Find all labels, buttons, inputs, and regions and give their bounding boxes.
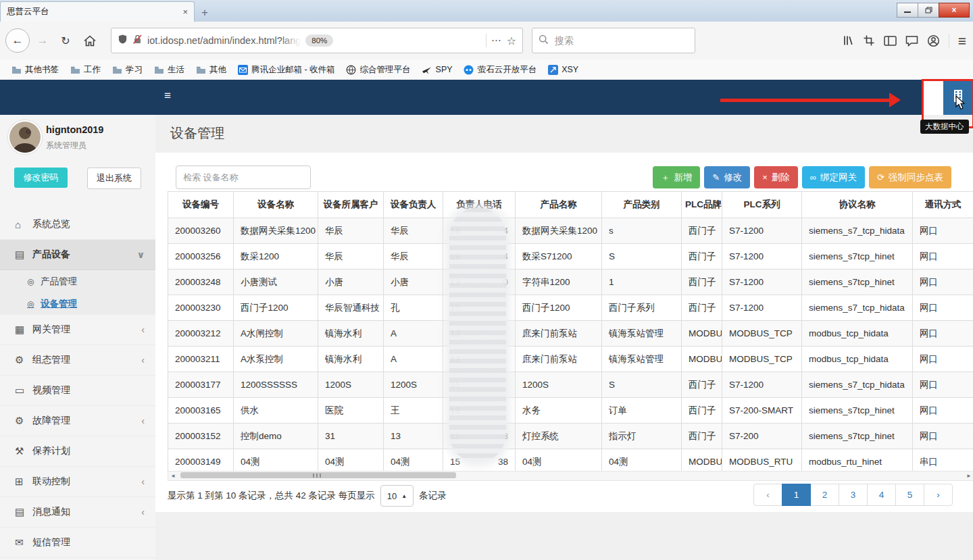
add-button[interactable]: ＋新增 — [653, 166, 700, 188]
sidebar-item-9[interactable]: ▤消息通知‹ — [0, 497, 155, 528]
browser-search-bar[interactable] — [532, 28, 695, 53]
table-cell: 小唐 — [384, 270, 443, 295]
bookmark-item[interactable]: 腾讯企业邮箱 - 收件箱 — [232, 62, 341, 78]
insecure-lock-icon[interactable] — [132, 34, 143, 47]
table-row[interactable]: 200003248小唐测试小唐小唐130字符串12001西门子S7-1200si… — [168, 270, 973, 295]
page-button-1[interactable]: 1 — [782, 484, 811, 506]
delete-button[interactable]: ×删除 — [754, 166, 798, 188]
submenu-item[interactable]: ◎设备管理 — [0, 292, 155, 315]
page-button-4[interactable]: 4 — [867, 484, 896, 506]
account-icon[interactable] — [927, 34, 940, 47]
table-row[interactable]: 200003230西门子1200华辰智通科技孔15西门子1200西门子系列西门子… — [168, 295, 973, 321]
browser-toolbar: ← → ↻ iot.idosp.net/admin/index.html?lan… — [0, 22, 973, 60]
sidebar-item-5[interactable]: ▭视频管理 — [0, 376, 155, 406]
bookmark-item[interactable]: 其他 — [190, 62, 232, 78]
table-cell: 西门子 — [682, 424, 722, 449]
avatar[interactable] — [8, 120, 42, 154]
reload-button[interactable]: ↻ — [55, 30, 76, 51]
table-row[interactable]: 200003256数采1200华辰华辰184数采S71200S西门子S7-120… — [168, 244, 973, 270]
sidebar-item-3[interactable]: ▦网关管理‹ — [0, 315, 155, 345]
page-button-3[interactable]: 3 — [839, 484, 868, 506]
bookmark-label: 学习 — [126, 64, 143, 76]
table-cell: 1 — [602, 270, 682, 295]
browser-search-input[interactable] — [553, 34, 657, 47]
close-button[interactable]: × — [939, 3, 970, 18]
new-tab-button[interactable]: + — [195, 4, 215, 22]
url-text[interactable]: iot.idosp.net/admin/index.html?lang — [147, 35, 301, 46]
table-cell: 庶来门前泵站 — [516, 347, 602, 372]
shield-icon[interactable] — [118, 34, 128, 47]
bookmark-item[interactable]: 其他书签 — [5, 62, 64, 78]
table-cell: 西门子1200 — [516, 295, 602, 321]
screenshot-icon[interactable] — [863, 34, 875, 47]
bookmark-item[interactable]: 萤石云开放平台 — [458, 62, 543, 78]
browser-menu-icon[interactable]: ≡ — [958, 34, 966, 48]
table-cell: 字符串1200 — [516, 270, 602, 295]
table-cell: 13 — [384, 424, 443, 449]
bookmark-item[interactable]: 生活 — [148, 62, 190, 78]
chat-icon[interactable] — [905, 35, 918, 47]
toolbar-separator — [949, 34, 949, 47]
zoom-indicator[interactable]: 80% — [305, 34, 333, 47]
sidebar-item-7[interactable]: ⚒保养计划 — [0, 436, 155, 467]
page-button-2[interactable]: 2 — [810, 484, 839, 506]
bookmark-item[interactable]: 综合管理平台 — [341, 62, 416, 78]
edit-button[interactable]: ✎修改 — [704, 166, 750, 188]
back-button[interactable]: ← — [5, 28, 30, 53]
sidebar-toggle-icon[interactable] — [884, 35, 897, 47]
horizontal-scrollbar[interactable]: ◄ ► — [168, 471, 973, 481]
next-page-button[interactable]: › — [924, 484, 953, 506]
page-size-select[interactable]: 10 ▲ — [380, 485, 414, 507]
bookmark-label: 萤石云开放平台 — [478, 64, 537, 76]
table-row[interactable]: 200003212A水闸控制镇海水利A13庶来门前泵站镇海泵站管理MODBUSM… — [168, 321, 973, 347]
sidebar-item-8[interactable]: ⊞联动控制‹ — [0, 467, 155, 497]
bookmark-item[interactable]: XSY — [542, 62, 584, 77]
logout-button[interactable]: 退出系统 — [87, 168, 141, 189]
sidebar-item-2[interactable]: ▤产品设备∨ — [0, 240, 155, 270]
bookmark-star-icon[interactable]: ☆ — [507, 34, 516, 47]
bookmark-item[interactable]: 学习 — [106, 62, 148, 78]
table-row[interactable]: 200003211A水泵控制镇海水利A13庶来门前泵站镇海泵站管理MODBUSM… — [168, 347, 973, 372]
prev-page-button[interactable]: ‹ — [753, 484, 782, 506]
submenu-item[interactable]: ◎产品管理 — [0, 270, 155, 292]
forward-button[interactable]: → — [32, 30, 53, 51]
sidebar-item-4[interactable]: ⚙组态管理‹ — [0, 345, 155, 376]
bind-gateway-button[interactable]: ∞绑定网关 — [802, 166, 865, 188]
device-search-input[interactable] — [176, 166, 311, 189]
page-button-5[interactable]: 5 — [895, 484, 924, 506]
tab-close-icon[interactable]: × — [182, 7, 188, 16]
bookmark-item[interactable]: 工作 — [64, 62, 106, 78]
summary-prefix: 显示第 1 到第 10 条记录，总共 42 条记录 每页显示 — [168, 490, 375, 502]
scroll-right-arrow[interactable]: ► — [964, 474, 973, 479]
force-sync-button[interactable]: ⟳强制同步点表 — [869, 166, 951, 188]
table-row[interactable]: 200003260数据网关采集1200华辰华辰184数据网关采集1200s西门子… — [168, 218, 973, 244]
action-buttons: ＋新增✎修改×删除∞绑定网关⟳强制同步点表 — [653, 166, 951, 188]
bookmark-item[interactable]: SPY — [416, 62, 458, 77]
sidebar-item-1[interactable]: ⌂系统总览 — [0, 209, 155, 240]
browser-tab[interactable]: 思普云平台 × — [0, 1, 195, 22]
app-menu-toggle-icon[interactable]: ≡ — [164, 90, 171, 101]
scroll-left-arrow[interactable]: ◄ — [168, 474, 178, 479]
bookmark-label: 生活 — [168, 64, 184, 76]
table-row[interactable]: 200003165供水医院王18水务订单西门子S7-200-SMARTsieme… — [168, 398, 973, 424]
sidebar-item-6[interactable]: ⚙故障管理‹ — [0, 406, 155, 436]
table-cell: S7-1200 — [722, 244, 802, 270]
url-bar[interactable]: iot.idosp.net/admin/index.html?lang 80% … — [111, 28, 523, 53]
page-size-value: 10 — [387, 491, 397, 501]
scrollbar-thumb[interactable] — [180, 472, 456, 478]
library-icon[interactable] — [842, 34, 854, 47]
sidebar-menu: ⌂系统总览▤产品设备∨◎产品管理◎设备管理▦网关管理‹⚙组态管理‹▭视频管理⚙故… — [0, 209, 155, 558]
restore-button[interactable] — [918, 3, 939, 18]
table-row[interactable]: 2000031771200SSSSSS1200S1200S151200SS西门子… — [168, 372, 973, 398]
change-password-button[interactable]: 修改密码 — [14, 168, 68, 188]
table-cell: 医院 — [318, 398, 384, 424]
sidebar-item-10[interactable]: ✉短信管理 — [0, 528, 155, 558]
minimize-button[interactable] — [897, 3, 918, 18]
page-actions-icon[interactable]: ⋯ — [491, 34, 502, 47]
bookmark-label: 工作 — [84, 64, 101, 76]
table-row[interactable]: 200003152控制demo3113153灯控系统指示灯西门子S7-200si… — [168, 424, 973, 449]
home-button[interactable] — [80, 30, 100, 51]
sidebar-item-label: 联动控制 — [32, 476, 70, 488]
scrollbar-track[interactable] — [178, 472, 964, 480]
table-cell: 王 — [384, 398, 443, 424]
